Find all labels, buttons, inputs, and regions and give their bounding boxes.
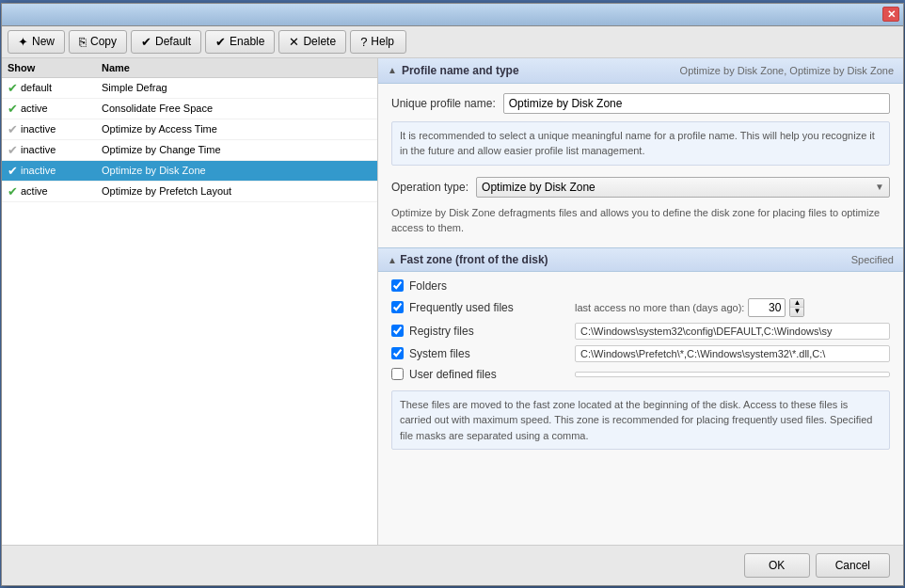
op-hint: Optimize by Disk Zone defragments files … bbox=[391, 205, 890, 236]
item-status-label: inactive bbox=[21, 165, 56, 176]
collapse-arrow[interactable]: ▲ bbox=[388, 65, 397, 75]
header-name: Name bbox=[102, 62, 372, 73]
op-type-label: Operation type: bbox=[391, 181, 468, 194]
copy-icon: ⎘ bbox=[79, 35, 87, 49]
item-status: ✔ inactive bbox=[8, 122, 102, 136]
enable-icon: ✔ bbox=[215, 35, 226, 49]
ok-button[interactable]: OK bbox=[744, 553, 810, 578]
registry-value[interactable]: C:\Windows\system32\config\DEFAULT,C:\Wi… bbox=[575, 323, 890, 340]
op-type-dropdown[interactable]: Optimize by Disk Zone ▼ bbox=[476, 177, 890, 198]
item-status-label: active bbox=[21, 185, 48, 197]
item-name: Optimize by Access Time bbox=[102, 123, 372, 135]
inactive-icon: ✔ bbox=[8, 122, 18, 136]
list-item[interactable]: ✔ default Simple Defrag bbox=[2, 78, 377, 99]
freq-row: Frequently used files last access no mor… bbox=[391, 298, 890, 317]
item-status-label: active bbox=[21, 103, 48, 114]
fast-zone-title-text: Fast zone (front of the disk) bbox=[400, 253, 548, 266]
header-show: Show bbox=[8, 62, 102, 73]
default-label: Default bbox=[155, 35, 191, 48]
help-button[interactable]: ? Help bbox=[350, 30, 406, 54]
close-button[interactable]: ✕ bbox=[882, 7, 899, 22]
days-label: last access no more than (days ago): bbox=[575, 302, 744, 313]
profile-list: ✔ default Simple Defrag ✔ active Consoli… bbox=[2, 78, 377, 545]
system-checkbox[interactable] bbox=[391, 347, 404, 359]
profile-hint: It is recommended to select a unique mea… bbox=[391, 121, 890, 166]
item-status: ✔ inactive bbox=[8, 164, 102, 178]
days-input[interactable] bbox=[748, 298, 786, 317]
item-status: ✔ inactive bbox=[8, 143, 102, 157]
copy-label: Copy bbox=[90, 35, 117, 48]
list-header: Show Name bbox=[2, 58, 377, 78]
item-status: ✔ active bbox=[8, 184, 102, 199]
list-item[interactable]: ✔ active Consolidate Free Space bbox=[2, 99, 377, 119]
folders-checkbox[interactable] bbox=[391, 279, 404, 292]
help-label: Help bbox=[371, 35, 394, 48]
new-button[interactable]: ✦ New bbox=[8, 30, 65, 54]
check-icon: ✔ bbox=[141, 35, 151, 49]
item-name: Simple Defrag bbox=[102, 82, 372, 93]
item-status-label: inactive bbox=[21, 144, 56, 155]
footer: OK Cancel bbox=[2, 545, 903, 585]
active-icon: ✔ bbox=[8, 184, 18, 199]
user-checkbox[interactable] bbox=[391, 368, 404, 380]
left-panel: Show Name ✔ default Simple Defrag ✔ acti… bbox=[2, 58, 378, 545]
active-icon: ✔ bbox=[8, 102, 18, 116]
system-label: System files bbox=[409, 347, 569, 360]
profile-section-header: ▲ Profile name and type Optimize by Disk… bbox=[378, 58, 903, 84]
bottom-hint: These files are moved to the fast zone l… bbox=[391, 390, 890, 451]
system-value[interactable]: C:\Windows\Prefetch\*,C:\Windows\system3… bbox=[575, 345, 890, 362]
freq-label: Frequently used files bbox=[409, 301, 569, 314]
list-item[interactable]: ✔ inactive Optimize by Change Time bbox=[2, 140, 377, 161]
item-name: Optimize by Prefetch Layout bbox=[102, 185, 372, 197]
inactive-icon: ✔ bbox=[8, 164, 18, 178]
fast-zone-title: ▲ Fast zone (front of the disk) bbox=[388, 253, 548, 266]
main-content: Show Name ✔ default Simple Defrag ✔ acti… bbox=[2, 58, 903, 545]
toolbar: ✦ New ⎘ Copy ✔ Default ✔ Enable ✕ Delete… bbox=[2, 26, 903, 58]
item-status-label: default bbox=[21, 82, 52, 93]
main-window: ✕ ✦ New ⎘ Copy ✔ Default ✔ Enable ✕ Dele… bbox=[1, 3, 904, 586]
list-item[interactable]: ✔ inactive Optimize by Access Time bbox=[2, 119, 377, 140]
item-status: ✔ active bbox=[8, 102, 102, 116]
default-button[interactable]: ✔ Default bbox=[131, 30, 201, 54]
title-bar: ✕ bbox=[2, 4, 903, 26]
item-status: ✔ default bbox=[8, 81, 102, 95]
profile-section-extra: Optimize by Disk Zone, Optimize by Disk … bbox=[680, 65, 894, 76]
list-item-selected[interactable]: ✔ inactive Optimize by Disk Zone bbox=[2, 161, 377, 182]
right-content: Unique profile name: It is recommended t… bbox=[378, 84, 903, 545]
user-label: User defined files bbox=[409, 368, 569, 381]
folders-row: Folders bbox=[391, 279, 890, 293]
unique-name-label: Unique profile name: bbox=[391, 97, 496, 110]
spinner: ▲ ▼ bbox=[789, 298, 804, 317]
freq-checkbox[interactable] bbox=[391, 301, 404, 313]
section-title: ▲ Profile name and type bbox=[388, 64, 519, 77]
enable-label: Enable bbox=[230, 35, 264, 48]
delete-button[interactable]: ✕ Delete bbox=[278, 30, 346, 54]
list-item[interactable]: ✔ active Optimize by Prefetch Layout bbox=[2, 182, 377, 202]
fast-zone-header: ▲ Fast zone (front of the disk) Specifie… bbox=[378, 247, 903, 272]
user-value[interactable] bbox=[575, 372, 890, 377]
registry-label: Registry files bbox=[409, 325, 569, 338]
cancel-button[interactable]: Cancel bbox=[816, 553, 890, 578]
item-name: Optimize by Change Time bbox=[102, 144, 372, 155]
collapse-arrow[interactable]: ▲ bbox=[388, 255, 397, 265]
help-icon: ? bbox=[360, 35, 367, 49]
spinner-down-button[interactable]: ▼ bbox=[790, 308, 803, 316]
profile-section-title: Profile name and type bbox=[402, 64, 519, 77]
system-row: System files C:\Windows\Prefetch\*,C:\Wi… bbox=[391, 345, 890, 362]
inactive-icon: ✔ bbox=[8, 143, 18, 157]
chevron-down-icon: ▼ bbox=[875, 182, 884, 192]
user-row: User defined files bbox=[391, 368, 890, 381]
registry-row: Registry files C:\Windows\system32\confi… bbox=[391, 323, 890, 340]
item-status-label: inactive bbox=[21, 123, 56, 135]
new-icon: ✦ bbox=[18, 35, 28, 49]
delete-label: Delete bbox=[303, 35, 336, 48]
days-wrapper: last access no more than (days ago): ▲ ▼ bbox=[575, 298, 804, 317]
unique-name-input[interactable] bbox=[503, 93, 890, 114]
enable-button[interactable]: ✔ Enable bbox=[205, 30, 275, 54]
active-icon: ✔ bbox=[8, 81, 18, 95]
copy-button[interactable]: ⎘ Copy bbox=[69, 30, 127, 54]
unique-name-group: Unique profile name: bbox=[391, 93, 890, 114]
folders-label: Folders bbox=[409, 279, 569, 293]
delete-icon: ✕ bbox=[289, 35, 299, 49]
registry-checkbox[interactable] bbox=[391, 325, 404, 337]
